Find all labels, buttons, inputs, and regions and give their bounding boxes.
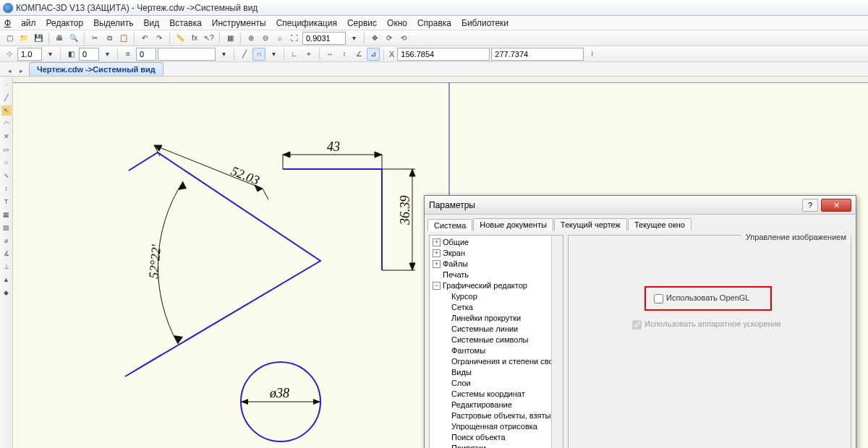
cursor-icon[interactable]: ↖? [203,32,216,45]
linestyle-icon[interactable]: ≡ [122,48,135,61]
redo-icon[interactable]: ↷ [153,32,166,45]
coord-x-input[interactable] [397,48,490,61]
tree-general[interactable]: Общие [443,237,469,248]
grid-icon[interactable]: ▦ [224,32,237,45]
menu-file[interactable]: Файл [4,18,36,28]
tool-arc-icon[interactable]: ◠ [1,119,12,129]
style-input[interactable] [136,48,156,61]
tree-graphic-editor[interactable]: Графический редактор [443,280,527,291]
dim-v-icon[interactable]: ↕ [338,48,351,61]
dd4-icon[interactable]: ▾ [267,48,280,61]
tree-snaps[interactable]: Привязки [451,443,486,448]
tree-constraints[interactable]: Ограничения и степени свободы [451,356,563,367]
tab-system[interactable]: Система [427,219,472,231]
new-icon[interactable]: ▢ [3,32,16,45]
tool-rect-icon[interactable]: ▭ [1,145,12,155]
dd3-icon[interactable]: ▾ [217,48,230,61]
tool-misc5-icon[interactable]: ◆ [1,288,12,298]
coord-step-icon[interactable]: ⁞ [585,48,598,61]
tool-spline-icon[interactable]: ∿ [1,171,12,181]
rotate-icon[interactable]: ⟳ [383,32,396,45]
tree-vscroll[interactable] [551,236,563,448]
dd2-icon[interactable]: ▾ [101,48,114,61]
zoom-input[interactable] [302,32,346,45]
opengl-checkbox[interactable]: Использовать OpenGL [654,293,749,302]
tree-grid[interactable]: Сетка [451,302,473,313]
open-icon[interactable]: 📁 [17,32,30,45]
tool-misc2-icon[interactable]: ∡ [1,249,12,259]
menu-edit[interactable]: Редактор [46,18,84,28]
tool-misc4-icon[interactable]: ▲ [1,275,12,285]
menu-help[interactable]: Справка [417,18,451,28]
menu-select[interactable]: Выделить [93,18,133,28]
tool-table-icon[interactable]: ▦ [1,210,12,220]
style-name-input[interactable] [158,48,216,61]
undo-icon[interactable]: ↶ [138,32,151,45]
tree-coordsys[interactable]: Системы координат [451,389,525,400]
tool-dim-icon[interactable]: ↕ [1,184,12,194]
tool-misc3-icon[interactable]: ⊥ [1,262,12,272]
tree-screen[interactable]: Экран [443,248,465,259]
tree-raster[interactable]: Растровые объекты, взятые в документ [451,410,563,421]
snap-icon[interactable]: ⊹ [3,48,16,61]
tool-misc1-icon[interactable]: ⌀ [1,236,12,246]
coord-icon[interactable]: ⌖ [302,48,315,61]
paste-icon[interactable]: 📋 [117,32,130,45]
tool-point-icon[interactable]: · [1,79,12,90]
zoom-out-icon[interactable]: ⊖ [259,32,272,45]
tool-axis-icon[interactable]: ✕ [1,132,12,142]
cut-icon[interactable]: ✂ [88,32,101,45]
tab-new-docs[interactable]: Новые документы [473,218,553,231]
tree-views[interactable]: Виды [451,367,472,378]
tree-syslines[interactable]: Системные линии [451,324,518,335]
coord-y-input[interactable] [491,48,584,61]
tool-circle-icon[interactable]: ○ [1,158,12,168]
menu-window[interactable]: Окно [387,18,407,28]
tree-phantoms[interactable]: Фантомы [451,345,485,356]
tree-syssymbols[interactable]: Системные символы [451,335,528,345]
tool-text-icon[interactable]: T [1,197,12,207]
dialog-help-icon[interactable]: ? [802,199,818,212]
menu-insert[interactable]: Вставка [169,18,202,28]
tree-editing[interactable]: Редактирование [451,400,512,410]
dialog-close-icon[interactable]: ✕ [821,199,851,212]
refresh-icon[interactable]: ⟲ [397,32,410,45]
tree-cursor[interactable]: Курсор [451,291,477,302]
menu-tools[interactable]: Инструменты [212,18,266,28]
tree-files[interactable]: Файлы [443,259,468,270]
dim-r-icon[interactable]: ⊿ [367,48,380,61]
menu-view[interactable]: Вид [144,18,160,28]
line-icon[interactable]: ╱ [238,48,251,61]
tree-search[interactable]: Поиск объекта [451,432,506,443]
scale-input[interactable] [17,48,42,61]
settings-tree[interactable]: +Общие +Экран +Файлы Печать −Графический… [429,235,563,448]
layer-icon[interactable]: ◧ [64,48,77,61]
pan-icon[interactable]: ✥ [368,32,381,45]
dropdown-icon[interactable]: ▾ [347,32,360,45]
menu-spec[interactable]: Спецификация [276,18,337,28]
expand-icon[interactable]: + [433,249,441,257]
dd1-icon[interactable]: ▾ [43,48,56,61]
menu-libs[interactable]: Библиотеки [461,18,509,28]
magnet-icon[interactable]: ∩ [252,48,265,61]
copy-icon[interactable]: ⧉ [103,32,116,45]
menu-service[interactable]: Сервис [347,18,377,28]
tool-hatch-icon[interactable]: ▨ [1,223,12,233]
zoom-fit-icon[interactable]: ⛶ [288,32,301,45]
tool-arrow-icon[interactable]: ↖ [1,105,12,116]
measure-icon[interactable]: 📏 [174,32,187,45]
save-icon[interactable]: 💾 [32,32,45,45]
collapse-icon[interactable]: − [433,282,441,290]
print-icon[interactable]: 🖶 [53,32,66,45]
dim-h-icon[interactable]: ↔ [323,48,336,61]
ortho-icon[interactable]: ∟ [288,48,301,61]
expand-icon[interactable]: + [433,260,441,268]
fx-icon[interactable]: fх [188,32,201,45]
tree-layers[interactable]: Слои [451,378,471,389]
tab-current-drawing[interactable]: Текущий чертеж [554,218,627,231]
tab-next-icon[interactable]: ▸ [16,66,26,76]
tab-prev-icon[interactable]: ◂ [4,66,14,76]
preview-icon[interactable]: 🔍 [67,32,80,45]
dialog-titlebar[interactable]: Параметры ? ✕ [425,196,856,215]
dim-a-icon[interactable]: ∠ [352,48,365,61]
